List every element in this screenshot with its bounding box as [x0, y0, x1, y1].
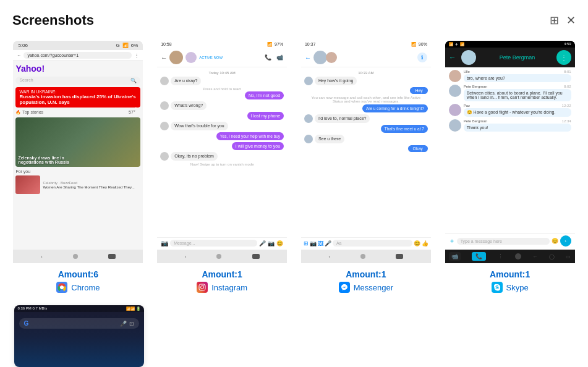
- small-statusbar: 8:36 PM 0.7 MB/s 📶📶 🔋: [14, 305, 144, 312]
- vanish-hint: Now! Swipe up to turn on vanish mode: [160, 162, 284, 166]
- chat-avatar2: [185, 52, 197, 63]
- instagram-app-icon: [197, 282, 208, 293]
- messenger-chat-body: 10:33 AM Hey how's it going Hey You can …: [301, 67, 431, 263]
- msg-row: See u there: [304, 135, 428, 143]
- skype-input-bar: ＋ Type a message here 😊 ›: [445, 233, 575, 248]
- msg-bubble: Okay: [408, 145, 428, 152]
- bottom-screenshots-row: 8:36 PM 0.7 MB/s 📶📶 🔋 G 🎤 ⊡: [12, 305, 576, 367]
- msg-avatar: [304, 77, 313, 85]
- nav-rect: [396, 254, 403, 259]
- chat-avatar: [313, 51, 327, 64]
- chrome-app-icon: [56, 282, 67, 293]
- amount-label-skype: Amount:1: [490, 269, 530, 279]
- chrome-urlbar: ← yahoo.com/?guccounter=1 ⋮: [13, 50, 143, 61]
- msg-bubble: Are u okay?: [171, 77, 201, 85]
- grid-icon[interactable]: ⊞: [550, 14, 559, 27]
- skype-menu-icon[interactable]: ⋮: [556, 50, 571, 65]
- google-logo: G: [24, 320, 29, 327]
- msg-bubble: No, I'm not good: [245, 91, 284, 99]
- messenger-app-icon: [339, 282, 350, 293]
- msg-row: I'd love to, normal place?: [304, 114, 428, 123]
- msg-row: No, I'm not good: [160, 91, 284, 99]
- msg-row: I will give money to you: [160, 142, 284, 150]
- svg-point-2: [201, 286, 204, 289]
- skype-send-icon[interactable]: ›: [560, 235, 571, 247]
- msg-bubble: Okay, its no problem: [171, 152, 218, 161]
- skype-avatar: [449, 70, 461, 82]
- chrome-navbar: ‹: [13, 250, 143, 263]
- msg-bubble: I lost my phone: [247, 112, 284, 120]
- yahoo-content: Yahoo! Search 🔍 WAR IN UKRAINE: Russia's…: [13, 61, 143, 196]
- amount-label-instagram: Amount:1: [202, 269, 242, 279]
- skype-message-input[interactable]: Type a message here: [457, 238, 550, 245]
- skype-bubble: bro, where are you?: [464, 74, 571, 82]
- msg-bubble: That's fine meet u at 7: [381, 125, 428, 133]
- news-headline: Russia's invasion has displaced 25% of U…: [19, 94, 137, 105]
- skype-bubble: 😊 Have a good flight - whatever you're d…: [464, 108, 571, 117]
- screenshots-grid: 5:06 G 📶 6% ← yahoo.com/?guccounter=1 ⋮ …: [12, 41, 576, 293]
- chrome-app-name: Chrome: [71, 283, 100, 292]
- phone-frame-skype[interactable]: 📶 ✈ 📶 4:59 ← Pete Bergman ⋮: [445, 41, 575, 263]
- news-image: Zelensky draws line innegotiations with …: [15, 117, 140, 167]
- msg-avatar: [160, 122, 169, 130]
- instagram-navbar: ‹: [157, 250, 287, 263]
- msg-bubble: See u there: [315, 135, 344, 143]
- skype-contact-name: Pete Bergman: [481, 54, 554, 61]
- phone-frame-instagram[interactable]: 10:58 📶 97% ← ACTIVE NOW 📞 📹: [157, 41, 287, 263]
- chat-date: Today 10:45 AM: [160, 71, 284, 75]
- instagram-app-name: Instagram: [211, 283, 247, 292]
- small-phone-frame[interactable]: 8:36 PM 0.7 MB/s 📶📶 🔋 G 🎤 ⊡: [14, 305, 144, 367]
- msg-row: Hey how's it going: [304, 77, 428, 85]
- msg-bubble: Yes, I need your help with me buy: [216, 132, 284, 140]
- active-status: ACTIVE NOW: [199, 56, 262, 59]
- skype-msg-row: Paz 12:22 😊 Have a good flight - whateve…: [449, 104, 571, 117]
- news-banner: WAR IN UKRAINE: Russia's invasion has di…: [15, 87, 140, 108]
- msg-row: Are u coming for a drink tonight?: [304, 104, 428, 112]
- app-label-skype[interactable]: Skype: [492, 282, 529, 293]
- screenshot-item-messenger: 10:37 📶 90% ← ℹ 10:33 AM: [300, 41, 432, 293]
- skype-contact-avatar: [461, 50, 476, 65]
- msg-bubble: I will give money to you: [232, 142, 284, 150]
- screenshot-item-skype: 📶 ✈ 📶 4:59 ← Pete Bergman ⋮: [444, 41, 576, 293]
- app-label-instagram[interactable]: Instagram: [197, 282, 247, 293]
- messenger-app-name: Messenger: [354, 283, 393, 292]
- screenshot-item-chrome2: 8:36 PM 0.7 MB/s 📶📶 🔋 G 🎤 ⊡: [12, 305, 145, 367]
- app-label-messenger[interactable]: Messenger: [339, 282, 393, 293]
- yahoo-search: Search 🔍: [15, 77, 140, 85]
- phone-frame-chrome[interactable]: 5:06 G 📶 6% ← yahoo.com/?guccounter=1 ⋮ …: [13, 41, 143, 263]
- news-caption: Zelensky draws line innegotiations with …: [18, 156, 69, 164]
- chat-avatar: [169, 51, 183, 64]
- news-banner-label: WAR IN UKRAINE:: [19, 90, 137, 94]
- msg-avatar: [304, 114, 313, 123]
- header-actions: ⊞ ✕: [550, 14, 576, 27]
- instagram-statusbar: 10:58 📶 97%: [157, 41, 287, 48]
- msg-bubble: Are u coming for a drink tonight?: [362, 104, 428, 112]
- msg-row: Okay: [304, 145, 428, 152]
- app-label-chrome[interactable]: Chrome: [56, 282, 100, 293]
- message-input[interactable]: Message...: [170, 240, 257, 247]
- instagram-header: ← ACTIVE NOW 📞 📹: [157, 48, 287, 67]
- msg-row: Okay, its no problem: [160, 152, 284, 161]
- svg-rect-1: [199, 284, 205, 290]
- url-input: yahoo.com/?guccounter=1: [23, 52, 132, 59]
- messenger-input[interactable]: Aa: [333, 240, 412, 247]
- messenger-statusbar: 10:37 📶 90%: [301, 41, 431, 48]
- nav-rect: [252, 254, 260, 259]
- instagram-input-bar: 📷 Message... 🎤 📷 😊: [157, 237, 287, 248]
- skype-statusbar: 📶 ✈ 📶 4:59: [445, 41, 575, 48]
- msg-row: Yes, I need your help with me buy: [160, 132, 284, 140]
- phone-frame-messenger[interactable]: 10:37 📶 90% ← ℹ 10:33 AM: [301, 41, 431, 263]
- amount-label-messenger: Amount:1: [346, 269, 386, 279]
- skype-app-name: Skype: [506, 283, 529, 292]
- messenger-header: ← ℹ: [301, 48, 431, 67]
- react-hint: Press and hold to react: [160, 87, 284, 91]
- messenger-hint: You can now message and call each other,…: [304, 96, 428, 103]
- msg-avatar: [160, 101, 169, 110]
- skype-msg-row: Pete Bergman 12:34 Thank you!: [449, 119, 571, 132]
- msg-row: That's fine meet u at 7: [304, 125, 428, 133]
- msg-bubble: Hey: [410, 87, 427, 94]
- page-header: Screenshots ⊞ ✕: [12, 12, 576, 28]
- skype-header: ← Pete Bergman ⋮: [445, 48, 575, 67]
- close-icon[interactable]: ✕: [566, 14, 576, 27]
- yahoo-logo: Yahoo!: [15, 64, 45, 74]
